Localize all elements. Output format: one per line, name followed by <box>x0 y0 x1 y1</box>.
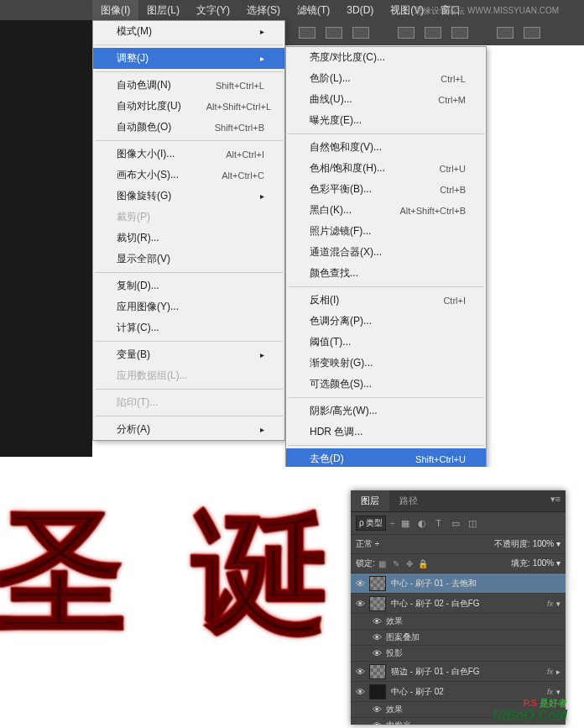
tab-layers[interactable]: 图层 <box>351 490 389 511</box>
menu-curves[interactable]: 曲线(U)...Ctrl+M <box>286 89 486 110</box>
layers-panel: 图层 路径 ▾≡ ρ 类型 ÷ ▦ ◐ T ▭ ◫ 正常 ÷ 不透明度: 100… <box>351 490 566 725</box>
menu-color-balance[interactable]: 色彩平衡(B)...Ctrl+B <box>286 179 486 200</box>
menu-posterize[interactable]: 色调分离(P)... <box>286 311 486 332</box>
fx-badge[interactable]: fx <box>547 688 553 696</box>
visibility-icon[interactable]: 👁 <box>368 648 386 658</box>
watermark-bottom: UiBoO.CoM <box>493 708 567 723</box>
lock-position-icon[interactable]: ✥ <box>404 558 415 569</box>
filter-shape-icon[interactable]: ▭ <box>449 516 462 530</box>
filter-kind[interactable]: ρ 类型 <box>356 516 386 531</box>
layer-row[interactable]: 👁 中心 - 刷子 01 - 去饱和 <box>351 573 566 594</box>
align-btn[interactable] <box>524 27 540 39</box>
align-btn[interactable] <box>451 27 468 39</box>
filter-smart-icon[interactable]: ◫ <box>466 516 479 530</box>
visibility-icon[interactable]: 👁 <box>368 704 386 715</box>
align-btn[interactable] <box>352 27 369 39</box>
layer-name[interactable]: 中心 - 刷子 02 <box>391 686 547 698</box>
align-btn[interactable] <box>425 27 441 39</box>
canvas-dark-bg <box>0 20 92 457</box>
filter-image-icon[interactable]: ▦ <box>399 516 412 530</box>
visibility-icon[interactable]: 👁 <box>368 720 386 725</box>
menu-calculations[interactable]: 计算(C)... <box>93 317 284 338</box>
menu-reveal-all[interactable]: 显示全部(V) <box>93 249 284 270</box>
menu-brightness[interactable]: 亮度/对比度(C)... <box>286 47 486 68</box>
lock-all-icon[interactable]: 🔒 <box>417 558 429 569</box>
layer-name[interactable]: 猫边 - 刷子 01 - 白色FG <box>391 666 547 678</box>
align-btn[interactable] <box>326 27 342 39</box>
fx-toggle-icon[interactable]: ▸ <box>556 668 561 676</box>
menu-variables[interactable]: 变量(B)▸ <box>93 344 284 365</box>
align-btn[interactable] <box>497 27 514 39</box>
visibility-icon[interactable]: 👁 <box>351 667 369 677</box>
tab-paths[interactable]: 路径 <box>389 490 428 511</box>
visibility-icon[interactable]: 👁 <box>351 599 369 609</box>
visibility-icon[interactable]: 👁 <box>368 616 386 626</box>
lock-pixels-icon[interactable]: ✎ <box>390 558 402 569</box>
menu-gradient-map[interactable]: 渐变映射(G)... <box>286 353 486 374</box>
layer-thumb[interactable] <box>369 576 386 591</box>
watermark-source: 思缘设计论坛 WWW.MISSYUAN.COM <box>415 5 559 17</box>
tinsel-char-2: 诞 <box>193 484 327 665</box>
layer-thumb[interactable] <box>369 664 386 679</box>
filter-adjust-icon[interactable]: ◐ <box>415 516 429 530</box>
menu-bw[interactable]: 黑白(K)...Alt+Shift+Ctrl+B <box>286 200 486 221</box>
visibility-icon[interactable]: 👁 <box>351 579 369 589</box>
layer-thumb[interactable] <box>369 684 386 699</box>
align-btn[interactable] <box>299 27 315 39</box>
menu-analysis[interactable]: 分析(A)▸ <box>93 419 284 440</box>
filter-text-icon[interactable]: T <box>432 516 446 530</box>
menu-3d[interactable]: 3D(D) <box>338 1 382 19</box>
lock-label: 锁定: <box>356 558 375 569</box>
layer-row[interactable]: 👁 猫边 - 刷子 01 - 白色FG fx▸ <box>351 662 566 682</box>
fx-badge[interactable]: fx <box>547 600 553 608</box>
fx-badge[interactable]: fx <box>547 668 553 676</box>
blend-mode-select[interactable]: 正常 ÷ <box>356 539 379 548</box>
menu-text[interactable]: 文字(Y) <box>188 0 238 21</box>
menu-adjustments[interactable]: 调整(J)▸ <box>93 48 284 69</box>
menu-trim[interactable]: 裁切(R)... <box>93 228 284 249</box>
menu-auto-tone[interactable]: 自动色调(N)Shift+Ctrl+L <box>93 75 284 96</box>
align-toolbar <box>285 20 584 45</box>
menu-levels[interactable]: 色阶(L)...Ctrl+L <box>286 68 486 89</box>
menu-auto-contrast[interactable]: 自动对比度(U)Alt+Shift+Ctrl+L <box>93 96 284 117</box>
menu-rotation[interactable]: 图像旋转(G)▸ <box>93 186 284 207</box>
menu-color-lookup[interactable]: 颜色查找... <box>286 263 486 284</box>
menu-threshold[interactable]: 阈值(T)... <box>286 332 486 353</box>
layer-row[interactable]: 👁 中心 - 刷子 02 - 白色FG fx▾ <box>351 594 566 614</box>
menu-apply-image[interactable]: 应用图像(Y)... <box>93 296 284 317</box>
fx-toggle-icon[interactable]: ▾ <box>556 600 561 608</box>
menu-hdr[interactable]: HDR 色调... <box>286 422 486 443</box>
layer-thumb[interactable] <box>369 596 386 611</box>
layer-name[interactable]: 中心 - 刷子 02 - 白色FG <box>391 598 547 610</box>
menu-duplicate[interactable]: 复制(D)... <box>93 275 284 296</box>
menu-exposure[interactable]: 曝光度(E)... <box>286 110 486 131</box>
visibility-icon[interactable]: 👁 <box>351 687 369 697</box>
lock-transparent-icon[interactable]: ▦ <box>377 558 388 569</box>
menu-invert[interactable]: 反相(I)Ctrl+I <box>286 290 486 311</box>
menu-channel-mixer[interactable]: 通道混合器(X)... <box>286 242 486 263</box>
visibility-icon[interactable]: 👁 <box>368 632 386 642</box>
menu-canvas-size[interactable]: 画布大小(S)...Alt+Ctrl+C <box>93 165 284 186</box>
panel-menu-icon[interactable]: ▾≡ <box>545 490 566 511</box>
menu-filter[interactable]: 滤镜(T) <box>289 0 338 21</box>
menu-photo-filter[interactable]: 照片滤镜(F)... <box>286 221 486 242</box>
layer-fx-item[interactable]: 👁图案叠加 <box>351 630 566 646</box>
menu-select[interactable]: 选择(S) <box>238 0 289 21</box>
menu-hue[interactable]: 色相/饱和度(H)...Ctrl+U <box>286 158 486 179</box>
layer-name[interactable]: 中心 - 刷子 01 - 去饱和 <box>391 578 566 589</box>
menu-mode[interactable]: 模式(M)▸ <box>93 21 284 42</box>
menu-image[interactable]: 图像(I) <box>92 0 138 21</box>
fx-toggle-icon[interactable]: ▾ <box>556 688 561 696</box>
menu-selective-color[interactable]: 可选颜色(S)... <box>286 374 486 395</box>
menu-image-size[interactable]: 图像大小(I)...Alt+Ctrl+I <box>93 144 284 165</box>
layer-fx-item[interactable]: 👁投影 <box>351 646 566 662</box>
align-btn[interactable] <box>398 27 415 39</box>
menu-vibrance[interactable]: 自然饱和度(V)... <box>286 137 486 158</box>
menu-trap: 陷印(T)... <box>93 392 284 413</box>
menu-layer[interactable]: 图层(L) <box>138 0 188 21</box>
layer-fx-group[interactable]: 👁效果 <box>351 614 566 630</box>
menu-auto-color[interactable]: 自动颜色(O)Shift+Ctrl+B <box>93 117 284 138</box>
opacity-value[interactable]: 100% <box>533 539 555 548</box>
fill-value[interactable]: 100% <box>533 558 555 568</box>
menu-shadows[interactable]: 阴影/高光(W)... <box>286 401 486 422</box>
